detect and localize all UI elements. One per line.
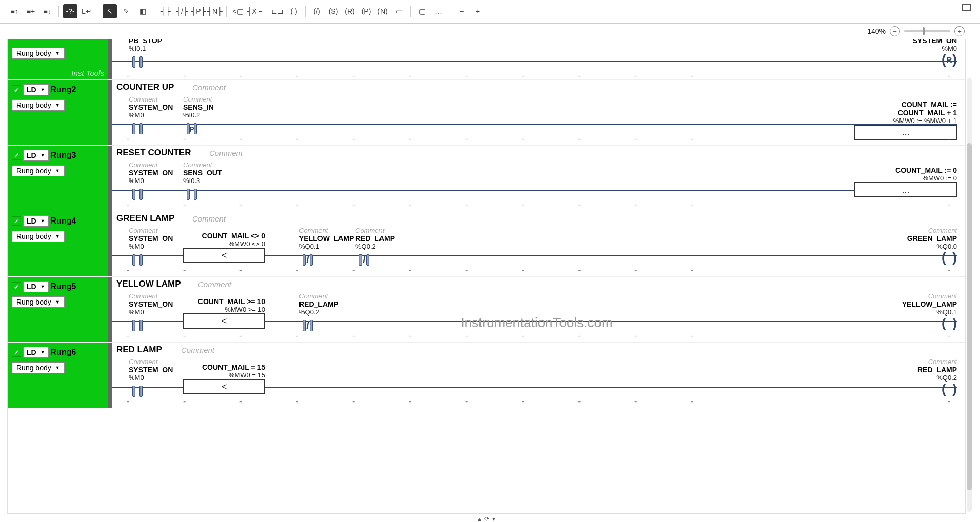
open-contact[interactable]: ┤├	[158, 4, 173, 18]
ladder-contact[interactable]: CommentSYSTEM_ON%M0	[129, 227, 173, 267]
comment-placeholder[interactable]: Comment	[901, 358, 957, 366]
element-label: SYSTEM_ON	[129, 169, 173, 177]
rung-enabled-checkbox[interactable]: ✓	[12, 216, 21, 226]
zoom-slider[interactable]	[904, 30, 950, 32]
comment-placeholder[interactable]: Comment	[129, 292, 173, 300]
neg-edge-coil[interactable]: (N)	[375, 4, 390, 18]
compare-block[interactable]: <▢	[231, 4, 245, 18]
comment-placeholder[interactable]: Comment	[901, 227, 957, 234]
ladder-contact[interactable]: CommentSENS_IN%I0.2P	[183, 95, 214, 135]
ladder-contact[interactable]: CommentSENS_OUT%I0.3	[183, 161, 222, 201]
rung-section-comment[interactable]: Comment	[209, 149, 243, 157]
rung-body-dropdown[interactable]: Rung body	[12, 231, 65, 242]
ladder-coil[interactable]: CommentYELLOW_LAMP%Q0.1	[901, 292, 957, 329]
rung-section-comment[interactable]: Comment	[181, 346, 214, 354]
comment-placeholder[interactable]: Comment	[299, 292, 338, 300]
pos-edge-contact[interactable]: ┤P├	[191, 4, 206, 18]
erase-tool[interactable]: ◧	[135, 4, 150, 18]
comment-placeholder[interactable]: Comment	[901, 292, 957, 300]
chevron-up-icon[interactable]: ▴	[478, 515, 481, 523]
pos-edge-coil[interactable]: (P)	[359, 4, 373, 18]
rung-section-comment[interactable]: Comment	[198, 280, 231, 289]
ladder-contact[interactable]: CommentRED_LAMP%Q0.2	[299, 292, 338, 332]
function-block[interactable]: ▢	[415, 4, 429, 18]
neg-edge-contact[interactable]: ┤N├	[208, 4, 222, 18]
comment-placeholder[interactable]: Comment	[355, 227, 395, 234]
set-coil[interactable]: (S)	[326, 4, 341, 18]
ladder-contact[interactable]: PB_STOP%I0.1	[129, 39, 162, 69]
language-dropdown[interactable]: LD	[23, 281, 49, 292]
operation-block[interactable]: COUNT_MAIL <> 0%MW0 <> 0<	[183, 232, 265, 263]
operation-block[interactable]: COUNT_MAIL >= 10%MW0 >= 10<	[183, 297, 265, 329]
comment-placeholder[interactable]: Comment	[129, 161, 173, 169]
draw-tool[interactable]: ✎	[119, 4, 133, 18]
ladder-contact[interactable]: CommentYELLOW_LAMP%Q0.1	[299, 227, 354, 267]
comment-placeholder[interactable]: Comment	[129, 95, 173, 103]
move-rung-up[interactable]: ≡↑	[7, 4, 22, 18]
rung-body-dropdown[interactable]: Rung body	[12, 99, 65, 111]
language-dropdown[interactable]: LD	[23, 84, 49, 95]
rung-body-dropdown[interactable]: Rung body	[12, 48, 65, 59]
ladder-coil[interactable]: CommentRED_LAMP%Q0.2	[901, 358, 957, 395]
closed-contact[interactable]: ┤/├	[175, 4, 189, 18]
zoom-out-button[interactable]: −	[890, 26, 900, 36]
comment-placeholder[interactable]: Comment	[129, 227, 173, 234]
ladder-contact[interactable]: CommentSYSTEM_ON%M0	[129, 95, 173, 135]
ladder-contact[interactable]: CommentSYSTEM_ON%M0	[129, 358, 173, 398]
add[interactable]: +	[471, 4, 485, 18]
pointer-tool[interactable]: ↖	[103, 4, 117, 18]
comment-placeholder[interactable]: Comment	[183, 161, 222, 169]
rung-enabled-checkbox[interactable]: ✓	[12, 282, 21, 291]
language-dropdown[interactable]: LD	[23, 347, 49, 358]
more[interactable]: …	[431, 4, 446, 18]
operation-block[interactable]: ▭	[392, 4, 406, 18]
coil[interactable]: ( )	[287, 4, 301, 18]
branch-mode[interactable]: -?-	[63, 4, 77, 18]
element-label: COUNT_MAIL = 15	[183, 363, 265, 371]
rung-enabled-checkbox[interactable]: ✓	[12, 151, 21, 160]
operation-block[interactable]: COUNT_MAIL := 0%MW0 := 0...	[854, 166, 957, 197]
comment-placeholder[interactable]: Comment	[299, 227, 354, 234]
xor-contact[interactable]: ┤X├	[247, 4, 262, 18]
vertical-scrollbar[interactable]	[967, 78, 972, 512]
rung-enabled-checkbox[interactable]: ✓	[12, 85, 21, 94]
move-rung-down[interactable]: ≡↓	[40, 4, 54, 18]
comment-placeholder[interactable]: Comment	[129, 358, 173, 366]
language-dropdown[interactable]: LD	[23, 150, 49, 161]
reset-coil[interactable]: (R)	[343, 4, 357, 18]
rung-body-dropdown[interactable]: Rung body	[12, 296, 65, 308]
delete[interactable]: −	[454, 4, 469, 18]
scrollbar-thumb[interactable]	[967, 143, 972, 490]
ladder-contact[interactable]: CommentRED_LAMP%Q0.2	[355, 227, 395, 267]
chevron-down-icon[interactable]: ▾	[492, 515, 495, 523]
add-rung[interactable]: ≡+	[24, 4, 38, 18]
language-dropdown[interactable]: LD	[23, 215, 49, 227]
maximize-icon[interactable]	[962, 4, 971, 11]
ladder-coil[interactable]: CommentGREEN_LAMP%Q0.0	[901, 227, 957, 264]
rung-section-comment[interactable]: Comment	[192, 83, 226, 92]
ladder-contact[interactable]: CommentSYSTEM_ON%M0	[129, 161, 173, 201]
rung-row: Rung body Inst ToolsPB_STOP%I0.1SYSTEM_O…	[8, 39, 965, 79]
rung-enabled-checkbox[interactable]: ✓	[12, 348, 21, 357]
rung-body-area[interactable]: RESET COUNTERCommentCommentSYSTEM_ON%M0C…	[108, 146, 965, 211]
zoom-in-button[interactable]: +	[954, 26, 965, 36]
rung-body-area[interactable]: RED LAMPCommentCommentSYSTEM_ON%M0COUNT_…	[108, 343, 965, 408]
rung-body-area[interactable]: YELLOW LAMPCommentInstrumentationTools.c…	[108, 277, 965, 342]
dash-row: ------------	[116, 266, 957, 273]
sub-routine[interactable]: L↵	[79, 4, 94, 18]
operation-block[interactable]: COUNT_MAIL = 15%MW0 = 15<	[183, 363, 265, 394]
rung-body-area[interactable]: PB_STOP%I0.1SYSTEM_ON%M0R------------	[108, 39, 965, 79]
ladder-coil[interactable]: SYSTEM_ON%M0R	[901, 39, 957, 66]
rung-body-dropdown[interactable]: Rung body	[12, 362, 65, 373]
comment-placeholder[interactable]: Comment	[183, 95, 214, 103]
rung-section-comment[interactable]: Comment	[192, 214, 226, 223]
rung-body-dropdown[interactable]: Rung body	[12, 165, 65, 176]
rung-body-area[interactable]: COUNTER UPCommentCommentSYSTEM_ON%M0Comm…	[108, 80, 965, 145]
branch-tool[interactable]: ⊏⊐	[270, 4, 285, 18]
rung-body-area[interactable]: GREEN LAMPCommentCommentSYSTEM_ON%M0COUN…	[108, 211, 965, 276]
refresh-icon[interactable]: ⟳	[484, 515, 489, 523]
element-address: %M0	[129, 308, 173, 316]
neg-coil[interactable]: (/)	[310, 4, 324, 18]
ladder-contact[interactable]: CommentSYSTEM_ON%M0	[129, 292, 173, 332]
open-contact-icon	[129, 383, 146, 398]
